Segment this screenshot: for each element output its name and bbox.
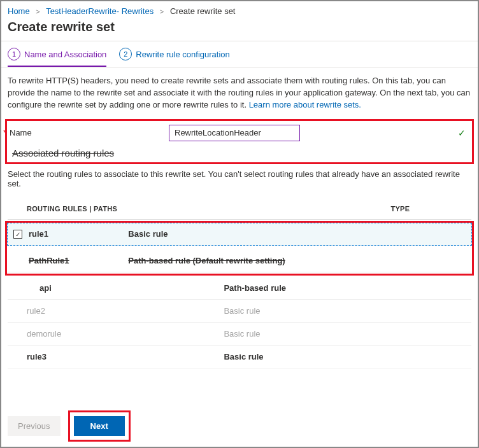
column-header-type: TYPE (390, 201, 471, 220)
rule-type: Path-based rule (224, 277, 471, 300)
rule-type: Basic rule (224, 345, 471, 368)
step-number-1: 1 (8, 48, 20, 60)
check-icon: ✓ (458, 128, 466, 138)
tab-name-association[interactable]: 1 Name and Association (8, 48, 106, 67)
tab-rewrite-rule-config[interactable]: 2 Rewrite rule configuration (119, 48, 229, 67)
rule-type: Path-based rule (Default rewrite setting… (128, 249, 472, 272)
chevron-right-icon: > (156, 8, 168, 15)
table-row[interactable]: api Path-based rule (8, 277, 471, 300)
table-row[interactable]: ✓ rule1 Basic rule (7, 223, 472, 246)
rule-name: demorule (8, 322, 224, 345)
footer: Previous Next (8, 410, 131, 442)
breadcrumb-link-home[interactable]: Home (8, 6, 30, 16)
table-highlight-box: ✓ rule1 Basic rule PathRule1 Path-based … (5, 221, 474, 276)
breadcrumb-link-rewrites[interactable]: TestHeaderRewrite- Rewrites (46, 6, 154, 16)
description-text: To rewrite HTTP(S) headers, you need to … (1, 67, 478, 116)
rule-name: rule1 (26, 223, 128, 246)
name-input[interactable] (169, 125, 300, 141)
next-button[interactable]: Next (74, 416, 125, 436)
associated-rules-heading: Associated routing rules (10, 141, 469, 160)
section-subtext: Select the routing rules to associate to… (1, 167, 478, 195)
tabs: 1 Name and Association 2 Rewrite rule co… (1, 41, 478, 67)
tab-label: Rewrite rule configuration (136, 50, 229, 59)
rule-type: Basic rule (224, 299, 471, 322)
breadcrumb-current: Create rewrite set (170, 6, 236, 16)
tab-label: Name and Association (24, 50, 106, 59)
page-title: Create rewrite set (1, 16, 478, 41)
table-row[interactable]: PathRule1 Path-based rule (Default rewri… (7, 249, 472, 272)
rule-name: PathRule1 (26, 249, 128, 272)
next-button-highlight: Next (68, 410, 131, 442)
previous-button: Previous (8, 416, 61, 436)
rule-type: Basic rule (224, 322, 471, 345)
learn-more-link[interactable]: Learn more about rewrite sets. (249, 100, 361, 109)
breadcrumb: Home > TestHeaderRewrite- Rewrites > Cre… (1, 1, 478, 16)
rule-type: Basic rule (128, 223, 472, 246)
name-label: * Name (10, 128, 162, 137)
rule-name: rule3 (8, 345, 224, 368)
chevron-right-icon: > (32, 8, 43, 15)
step-number-2: 2 (119, 48, 132, 60)
table-row: rule2 Basic rule (8, 299, 471, 322)
name-field-highlight: * Name ✓ Associated routing rules (5, 119, 474, 164)
column-header-rules: ROUTING RULES | PATHS (8, 201, 390, 220)
routing-rules-table: ROUTING RULES | PATHS TYPE (8, 201, 471, 220)
table-row[interactable]: rule3 Basic rule (8, 345, 471, 368)
checkbox-checked-icon[interactable]: ✓ (13, 230, 22, 239)
rule-name: api (8, 277, 224, 300)
rule-name: rule2 (8, 299, 224, 322)
table-row: demorule Basic rule (8, 322, 471, 345)
required-icon: * (3, 128, 6, 137)
